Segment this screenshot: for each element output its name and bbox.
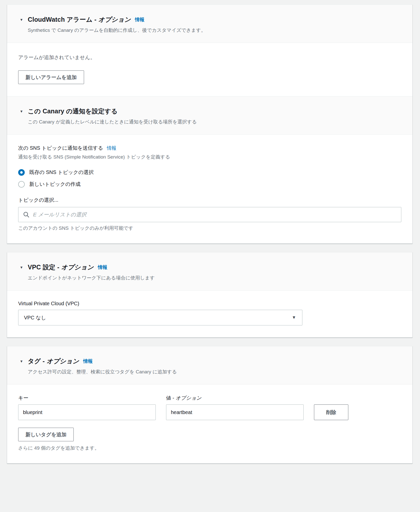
- info-link[interactable]: 情報: [83, 358, 93, 365]
- cloudwatch-alarms-body: アラームが追加されていません。 新しいアラームを追加: [7, 43, 412, 96]
- radio-unselected-icon: [18, 181, 25, 188]
- cloudwatch-alarms-header: ▼ CloudWatch アラーム - オプション 情報 Synthetics …: [7, 5, 412, 43]
- section-tags: ▼ タグ - オプション 情報 アクセス許可の設定、整理、検索に役立つタグを C…: [7, 346, 412, 464]
- vpc-body: Virtual Private Cloud (VPC) VPC なし ▼: [7, 291, 412, 338]
- section-notifications: ▼ この Canary の通知を設定する この Canary が定義したレベルに…: [7, 96, 412, 244]
- collapse-caret-icon[interactable]: ▼: [20, 109, 24, 113]
- section-title-vpc: VPC 設定 - オプション: [28, 263, 94, 271]
- info-link[interactable]: 情報: [135, 16, 144, 23]
- section-title-tags: タグ - オプション: [28, 357, 79, 365]
- notifications-header: ▼ この Canary の通知を設定する この Canary が定義したレベルに…: [7, 96, 412, 135]
- section-vpc: ▼ VPC 設定 - オプション 情報 エンドポイントがネットワーク下にある場合…: [7, 252, 412, 338]
- section-description: Synthetics で Canary のアラームを自動的に作成し、後でカスタマ…: [28, 27, 400, 34]
- vpc-selected-value: VPC なし: [24, 314, 46, 321]
- topic-search-box: [18, 207, 401, 222]
- radio-create-new-topic[interactable]: 新しいトピックの作成: [18, 181, 401, 188]
- section-description: アクセス許可の設定、整理、検索に役立つタグを Canary に追加する: [28, 369, 400, 375]
- vpc-select[interactable]: VPC なし ▼: [18, 310, 302, 325]
- info-link[interactable]: 情報: [98, 264, 107, 271]
- tag-value-label: 値 - オプション: [166, 395, 304, 401]
- topic-search-input[interactable]: [33, 212, 397, 218]
- add-alarm-button[interactable]: 新しいアラームを追加: [18, 70, 84, 84]
- collapse-caret-icon[interactable]: ▼: [20, 359, 24, 363]
- tag-key-input[interactable]: [18, 404, 156, 420]
- search-icon: [23, 211, 30, 218]
- alarms-notifications-card: ▼ CloudWatch アラーム - オプション 情報 Synthetics …: [7, 5, 412, 244]
- tags-card: ▼ タグ - オプション 情報 アクセス許可の設定、整理、検索に役立つタグを C…: [7, 346, 412, 464]
- chevron-down-icon: ▼: [292, 315, 296, 320]
- section-title-notifications: この Canary の通知を設定する: [28, 107, 118, 115]
- remove-tag-button[interactable]: 削除: [314, 404, 348, 420]
- radio-selected-icon: [18, 169, 25, 176]
- vpc-select-label: Virtual Private Cloud (VPC): [18, 301, 401, 306]
- section-description: この Canary が定義したレベルに達したときに通知を受け取る場所を選択する: [28, 119, 400, 125]
- topic-helper-text: このアカウントの SNS トピックのみが利用可能です: [18, 225, 401, 232]
- section-title-cloudwatch-alarms: CloudWatch アラーム - オプション: [28, 15, 131, 24]
- section-description: エンドポイントがネットワーク下にある場合に使用します: [28, 275, 400, 281]
- tag-value-input[interactable]: [166, 404, 304, 420]
- radio-label: 既存の SNS トピックの選択: [29, 169, 94, 176]
- tags-remaining-text: さらに 49 個のタグを追加できます。: [18, 445, 401, 451]
- collapse-caret-icon[interactable]: ▼: [20, 265, 24, 269]
- radio-existing-sns-topic[interactable]: 既存の SNS トピックの選択: [18, 169, 401, 176]
- tags-body: キー 値 - オプション 削除 新しいタグを追加 さらに 49 個のタグを追加で…: [7, 385, 412, 464]
- no-alarms-text: アラームが追加されていません。: [18, 54, 401, 61]
- sns-topic-radio-group: 既存の SNS トピックの選択 新しいトピックの作成: [18, 169, 401, 188]
- topic-select-label: トピックの選択...: [18, 197, 401, 203]
- tag-editor-grid: キー 値 - オプション 削除: [18, 395, 401, 420]
- collapse-caret-icon[interactable]: ▼: [20, 18, 24, 22]
- info-link[interactable]: 情報: [107, 145, 116, 151]
- tags-header: ▼ タグ - オプション 情報 アクセス許可の設定、整理、検索に役立つタグを C…: [7, 346, 412, 385]
- notifications-body: 次の SNS トピックに通知を送信する 情報 通知を受け取る SNS (Simp…: [7, 135, 412, 244]
- tag-key-label: キー: [18, 395, 156, 401]
- canary-create-form: ▼ CloudWatch アラーム - オプション 情報 Synthetics …: [0, 0, 420, 464]
- add-tag-button[interactable]: 新しいタグを追加: [18, 428, 74, 441]
- vpc-header: ▼ VPC 設定 - オプション 情報 エンドポイントがネットワーク下にある場合…: [7, 252, 412, 291]
- vpc-card: ▼ VPC 設定 - オプション 情報 エンドポイントがネットワーク下にある場合…: [7, 252, 412, 338]
- sns-topic-field-label: 次の SNS トピックに通知を送信する: [18, 145, 103, 151]
- section-cloudwatch-alarms: ▼ CloudWatch アラーム - オプション 情報 Synthetics …: [7, 5, 412, 96]
- radio-label: 新しいトピックの作成: [29, 181, 81, 188]
- sns-topic-field-description: 通知を受け取る SNS (Simple Notification Service…: [18, 154, 401, 160]
